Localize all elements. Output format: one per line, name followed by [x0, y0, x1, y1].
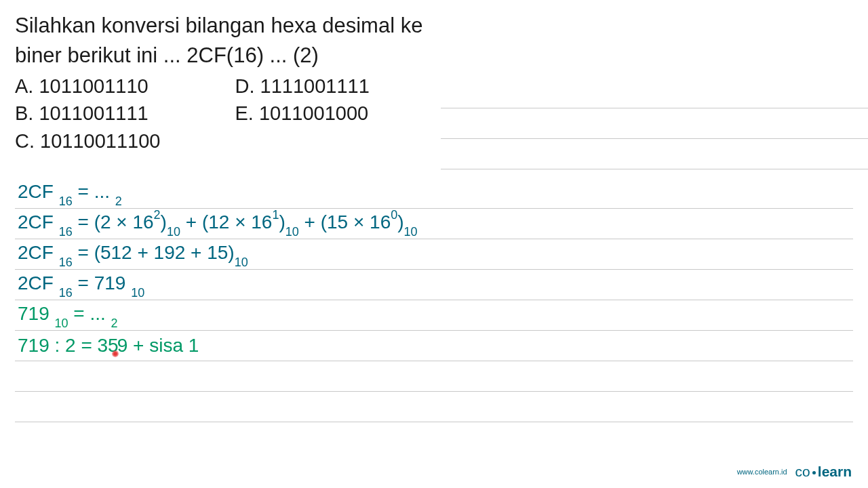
footer-logo: colearn — [795, 464, 852, 480]
work-line-3: 2CF 16 = (512 + 192 + 15)10 — [15, 239, 853, 270]
l1-post: = ... — [73, 181, 115, 202]
options-col-1: A. 1011001110 B. 1011001111 C. 101100111… — [15, 73, 160, 155]
l1-pre: 2CF — [18, 181, 59, 202]
option-e: E. 1011001000 — [235, 100, 369, 127]
work-line-5: 719 10 = ... 2 — [15, 300, 853, 331]
notebook-area: 2CF 16 = ... 2 2CF 16 = (2 × 162)10 + (1… — [15, 178, 853, 422]
empty-line-1 — [15, 361, 853, 392]
l4-pre: 2CF — [18, 272, 59, 293]
options-col-2: D. 1111001111 E. 1011001000 — [235, 73, 369, 155]
footer-url: www.colearn.id — [737, 468, 787, 476]
l2-a: = (2 × 16 — [73, 212, 154, 233]
l6-b: 9 + sisa 1 — [117, 335, 199, 356]
question-line-2: biner berikut ini ... 2CF(16) ... (2) — [15, 42, 853, 69]
l2-sup1: 2 — [154, 208, 161, 222]
l2-sup3: 0 — [391, 208, 397, 222]
l2-sub10a: 10 — [167, 225, 180, 239]
l2-e: + (15 × 16 — [299, 212, 391, 233]
l5-pre: 719 — [18, 303, 55, 324]
logo-learn: learn — [818, 464, 852, 479]
l2-c: + (12 × 16 — [180, 212, 272, 233]
l5-sub: 10 — [55, 317, 68, 330]
logo-co: co — [795, 464, 810, 479]
l2-b: ) — [161, 212, 167, 233]
l5-sub2: 2 — [111, 317, 118, 330]
l4-mid: = 719 — [73, 272, 131, 293]
l4-sub2: 10 — [131, 286, 144, 300]
l2-sub: 16 — [59, 225, 73, 239]
option-b: B. 1011001111 — [15, 100, 160, 127]
l2-pre: 2CF — [18, 212, 59, 233]
footer: www.colearn.id colearn — [737, 464, 852, 480]
ruled-lines-upper — [441, 78, 868, 169]
work-line-4: 2CF 16 = 719 10 — [15, 270, 853, 300]
logo-dot-icon — [812, 471, 816, 474]
l6-a: 719 : 2 = 35 — [18, 335, 119, 356]
l3-sub: 16 — [59, 256, 73, 269]
question-line-1: Silahkan konversi bilangan hexa desimal … — [15, 12, 853, 39]
empty-line-2 — [15, 392, 853, 422]
l3-pre: 2CF — [18, 242, 59, 263]
option-a: A. 1011001110 — [15, 73, 160, 100]
content-area: Silahkan konversi bilangan hexa desimal … — [0, 0, 868, 422]
pointer-dot-icon — [112, 350, 119, 357]
l3-sub2: 10 — [235, 256, 248, 269]
l2-f: ) — [397, 212, 403, 233]
l2-sup2: 1 — [272, 208, 279, 222]
l4-sub: 16 — [59, 286, 73, 300]
work-line-2: 2CF 16 = (2 × 162)10 + (12 × 161)10 + (1… — [15, 209, 853, 239]
l3-post: = (512 + 192 + 15) — [73, 242, 235, 263]
l2-sub10c: 10 — [404, 225, 418, 239]
l1-sub2: 2 — [115, 195, 122, 208]
work-line-6: 719 : 2 = 359 + sisa 1 — [15, 331, 853, 361]
l2-sub10b: 10 — [285, 225, 299, 239]
option-c: C. 10110011100 — [15, 127, 160, 155]
l1-sub: 16 — [59, 195, 73, 208]
l2-d: ) — [279, 212, 285, 233]
option-d: D. 1111001111 — [235, 73, 369, 100]
work-line-1: 2CF 16 = ... 2 — [15, 178, 853, 209]
l5-post: = ... — [68, 303, 111, 324]
